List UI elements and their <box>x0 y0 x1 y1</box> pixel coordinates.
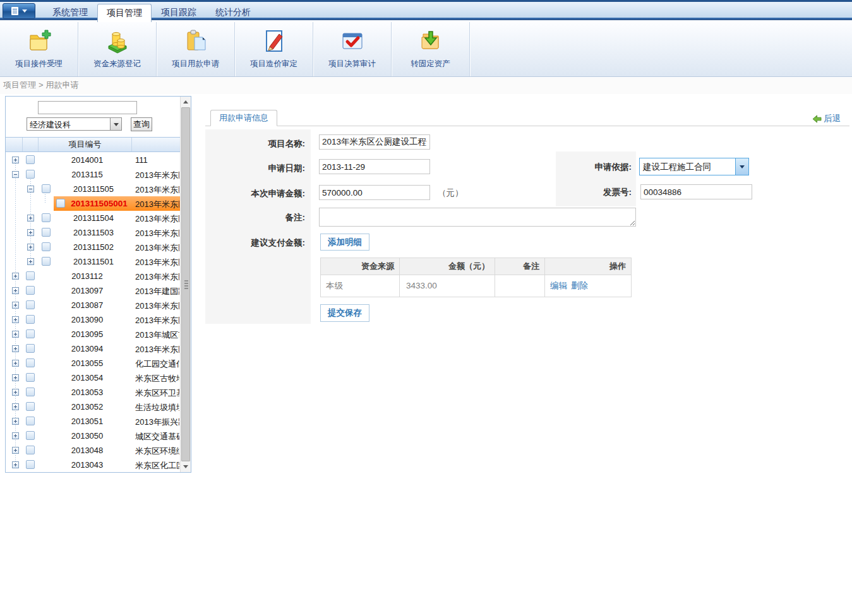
delete-link[interactable]: 删除 <box>571 281 588 290</box>
tree-row[interactable]: 2013115022013年米东区 <box>6 240 180 254</box>
tree-checkbox[interactable] <box>26 271 35 280</box>
tree-row[interactable]: 2013052生活垃圾填埋 <box>6 400 180 414</box>
tree-row[interactable]: 20130942013年米东区 <box>6 341 180 356</box>
tree-scrollbar[interactable] <box>180 97 191 472</box>
toolbar-item[interactable]: 转固定资产 <box>392 22 470 76</box>
tree-expand-icon[interactable] <box>12 302 19 309</box>
tree-checkbox[interactable] <box>26 373 35 382</box>
scrollbar-up-icon[interactable] <box>181 97 191 107</box>
amount-field[interactable] <box>319 185 430 200</box>
back-button[interactable]: 后退 <box>812 113 841 124</box>
tree-row[interactable]: 2013054米东区古牧地 <box>6 370 180 385</box>
tree-checkbox[interactable] <box>26 155 35 164</box>
tree-checkbox[interactable] <box>42 213 51 222</box>
tree-row[interactable]: 20130972013年建国路 <box>6 283 180 298</box>
tree-expand-icon[interactable] <box>27 229 34 236</box>
query-button[interactable]: 查询 <box>131 117 152 131</box>
tree-expand-icon[interactable] <box>12 432 19 439</box>
tree-checkbox[interactable] <box>26 417 35 425</box>
tree-row[interactable]: 2013115032013年米东区 <box>6 225 180 240</box>
toolbar-item[interactable]: 项目接件受理 <box>0 22 78 76</box>
project-name-field[interactable] <box>319 134 430 150</box>
tree-row[interactable]: 2013048米东区环境综 <box>6 443 180 458</box>
tree-expand-icon[interactable] <box>12 273 19 280</box>
tree-checkbox[interactable] <box>26 460 35 469</box>
tree-checkbox[interactable] <box>26 402 35 411</box>
detail-table-header-cell: 金额（元） <box>400 258 495 275</box>
basis-label: 申请依据: <box>562 162 632 173</box>
tree-expand-icon[interactable] <box>12 287 19 294</box>
tree-checkbox[interactable] <box>26 358 35 367</box>
tree-expand-icon[interactable] <box>12 403 19 410</box>
search-input[interactable] <box>38 101 137 114</box>
tree-row[interactable]: 20130512013年振兴路 <box>6 414 180 429</box>
tree-expand-icon[interactable] <box>12 461 19 468</box>
tree-row[interactable]: 2013043米东区化工区 <box>6 458 180 471</box>
toolbar-item[interactable]: 项目用款申请 <box>157 22 235 76</box>
dropdown-arrow-icon[interactable] <box>735 158 748 175</box>
tree-checkbox[interactable] <box>42 257 51 266</box>
tree-checkbox[interactable] <box>26 315 35 324</box>
tree-row[interactable]: 20131122013年米东区 <box>6 269 180 283</box>
tree-checkbox[interactable] <box>26 286 35 295</box>
tree-row[interactable]: 2013115042013年米东区 <box>6 211 180 225</box>
tree-collapse-icon[interactable] <box>12 171 19 178</box>
tree-checkbox[interactable] <box>26 170 35 179</box>
submit-save-button[interactable]: 提交保存 <box>320 304 369 322</box>
tree-expand-icon[interactable] <box>12 360 19 367</box>
tree-expand-icon[interactable] <box>27 215 34 222</box>
tree-row[interactable]: 2013115012013年米东区 <box>6 254 180 269</box>
tree-row[interactable]: 2013055化工园交通信 <box>6 356 180 370</box>
tree-expand-icon[interactable] <box>12 389 19 396</box>
menu-button[interactable] <box>3 3 35 19</box>
tree-expand-icon[interactable] <box>27 258 34 265</box>
tree-row[interactable]: 2013053米东区环卫基 <box>6 385 180 400</box>
tree-checkbox[interactable] <box>26 329 35 338</box>
tree-row[interactable]: 20130902013年米东区 <box>6 312 180 327</box>
apply-date-field[interactable] <box>319 159 430 174</box>
toolbar-item[interactable]: 项目造价审定 <box>235 22 313 76</box>
tree-checkbox[interactable] <box>26 300 35 309</box>
tree-collapse-icon[interactable] <box>27 186 34 192</box>
tree-checkbox[interactable] <box>42 184 51 193</box>
remark-field[interactable] <box>319 208 636 227</box>
nav-tab[interactable]: 统计分析 <box>206 4 260 22</box>
tree-row[interactable]: 2014001111 <box>6 153 180 167</box>
department-select[interactable]: 经济建设科 <box>27 117 122 131</box>
add-detail-button[interactable]: 添加明细 <box>320 234 369 251</box>
edit-link[interactable]: 编辑 <box>550 281 567 290</box>
nav-tab[interactable]: 项目管理 <box>97 4 152 22</box>
tree-row[interactable]: 2013050城区交通基础 <box>6 429 180 443</box>
tree-expand-icon[interactable] <box>12 374 19 381</box>
tree-row[interactable]: 2013115050012013年米东区 <box>6 196 180 211</box>
tree-expand-icon[interactable] <box>12 331 19 338</box>
tree-row[interactable]: 20131152013年米东区 <box>6 167 180 182</box>
nav-tab[interactable]: 系统管理 <box>43 4 97 22</box>
tree-checkbox[interactable] <box>26 388 35 396</box>
toolbar-item[interactable]: 资金来源登记 <box>78 22 157 76</box>
tree-expand-icon[interactable] <box>12 316 19 323</box>
dropdown-arrow-icon[interactable] <box>110 118 121 130</box>
tree-checkbox[interactable] <box>42 242 51 251</box>
tree-checkbox[interactable] <box>56 199 65 208</box>
tree-expand-icon[interactable] <box>12 447 19 454</box>
invoice-field[interactable] <box>640 184 752 199</box>
scrollbar-down-icon[interactable] <box>181 461 191 472</box>
tree-checkbox[interactable] <box>26 431 35 440</box>
tree-expand-icon[interactable] <box>12 418 19 425</box>
tree-checkbox[interactable] <box>42 228 51 237</box>
scrollbar-thumb[interactable] <box>181 107 190 461</box>
tree-row[interactable]: 20130872013年米东区 <box>6 298 180 312</box>
tree-expand-icon[interactable] <box>27 244 34 251</box>
tree-row[interactable]: 20130952013年城区市 <box>6 327 180 341</box>
tree-checkbox[interactable] <box>26 344 35 353</box>
toolbar-item[interactable]: 项目决算审计 <box>313 22 392 76</box>
basis-select[interactable]: 建设工程施工合同 <box>639 158 749 175</box>
tree-expand-icon[interactable] <box>12 157 19 163</box>
tab-payment-request-info[interactable]: 用款申请信息 <box>210 110 277 126</box>
tree-row[interactable]: 2013115052013年米东区 <box>6 182 180 196</box>
tree-checkbox[interactable] <box>26 446 35 454</box>
nav-tab[interactable]: 项目跟踪 <box>152 4 206 22</box>
folder-plus-icon <box>27 29 52 54</box>
tree-expand-icon[interactable] <box>12 345 19 352</box>
